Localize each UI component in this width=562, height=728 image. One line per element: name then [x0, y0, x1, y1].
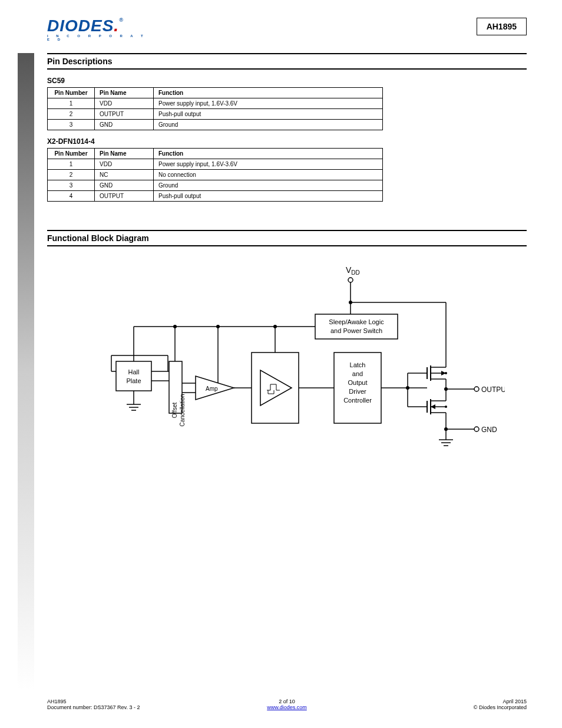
company-logo: DIODES.® I N C O R P O R A T E D: [47, 18, 147, 41]
table-row: 3 GND Ground: [48, 180, 383, 191]
page-footer: AH1895 Document number: DS37367 Rev. 3 -…: [47, 699, 527, 710]
section-pin-descriptions: Pin Descriptions: [47, 53, 527, 70]
table-header-row: Pin Number Pin Name Function: [48, 149, 383, 159]
latch-label-5: Controller: [343, 397, 372, 404]
block-diagram-svg: VDD Sleep/Awake Logic and Power Switch: [69, 258, 505, 482]
logo-dot-icon: .: [114, 17, 119, 35]
cell-function: Power supply input, 1.6V-3.6V: [154, 159, 383, 170]
col-pin-name: Pin Name: [95, 149, 154, 159]
hysteresis-icon: [267, 384, 280, 394]
col-pin-number: Pin Number: [48, 88, 95, 98]
cell-pin-number: 2: [48, 109, 95, 120]
footer-page: 2 of 10: [153, 699, 421, 704]
cell-pin-number: 1: [48, 98, 95, 109]
cell-pin-number: 1: [48, 159, 95, 170]
footer-date: April 2015: [421, 699, 527, 704]
footer-right: April 2015 © Diodes Incorporated: [421, 699, 527, 710]
footer-left: AH1895 Document number: DS37367 Rev. 3 -…: [47, 699, 153, 710]
hall-plate-label-1: Hall: [128, 368, 140, 375]
cell-function: Ground: [154, 180, 383, 191]
col-pin-name: Pin Name: [95, 88, 154, 98]
amp-label: Amp: [206, 386, 218, 392]
table-row: 2 NC No connection: [48, 170, 383, 180]
cell-function: Ground: [154, 120, 383, 130]
left-gradient-decor: [18, 53, 34, 690]
gnd-terminal-icon: [474, 427, 479, 431]
cell-pin-number: 2: [48, 170, 95, 180]
sleep-awake-label-1: Sleep/Awake Logic: [329, 318, 384, 325]
table-header-row: Pin Number Pin Name Function: [48, 88, 383, 98]
cell-pin-name: VDD: [95, 159, 154, 170]
pmos-icon: [427, 365, 447, 381]
cell-pin-name: GND: [95, 180, 154, 191]
cell-function: Push-pull output: [154, 191, 383, 202]
col-function: Function: [154, 149, 383, 159]
gnd-label: GND: [481, 426, 497, 434]
table-row: 4 OUTPUT Push-pull output: [48, 191, 383, 202]
part-number-box: AH1895: [477, 18, 527, 35]
offset-label-2: Cancellation: [179, 394, 186, 426]
table-xdfn: Pin Number Pin Name Function 1 VDD Power…: [47, 148, 383, 202]
cell-pin-name: OUTPUT: [95, 191, 154, 202]
header-row: DIODES.® I N C O R P O R A T E D AH1895: [47, 18, 527, 41]
logo-text: DIODES.®: [47, 18, 147, 34]
trademark-icon: ®: [119, 17, 124, 23]
output-terminal-icon: [474, 387, 479, 391]
hall-plate-label-2: Plate: [126, 377, 141, 384]
latch-label-4: Driver: [349, 388, 366, 395]
footer-docnum: Document number: DS37367 Rev. 3 - 2: [47, 704, 153, 710]
table-row: 2 OUTPUT Push-pull output: [48, 109, 383, 120]
cell-pin-name: VDD: [95, 98, 154, 109]
table-row: 3 GND Ground: [48, 120, 383, 130]
footer-center: 2 of 10 www.diodes.com: [153, 699, 421, 710]
col-function: Function: [154, 88, 383, 98]
offset-label-1: Offset: [171, 403, 178, 419]
footer-part: AH1895: [47, 699, 153, 704]
footer-copyright: © Diodes Incorporated: [421, 704, 527, 710]
logo-word: DIODES: [47, 17, 114, 35]
latch-label-2: and: [352, 370, 363, 377]
section-block-diagram: Functional Block Diagram: [47, 230, 527, 246]
cell-pin-name: GND: [95, 120, 154, 130]
cell-function: Power supply input, 1.6V-3.6V: [154, 98, 383, 109]
block-diagram: VDD Sleep/Awake Logic and Power Switch: [47, 258, 527, 482]
vdd-terminal-icon: [348, 278, 353, 282]
cell-pin-number: 3: [48, 120, 95, 130]
cell-function: Push-pull output: [154, 109, 383, 120]
subheading-sc59: SC59: [47, 77, 527, 85]
latch-label-1: Latch: [350, 361, 366, 368]
output-label: OUTPUT: [481, 386, 505, 394]
svg-point-6: [445, 372, 447, 374]
page-content: DIODES.® I N C O R P O R A T E D AH1895 …: [47, 0, 527, 482]
latch-label-3: Output: [348, 379, 367, 386]
table-sc59: Pin Number Pin Name Function 1 VDD Power…: [47, 87, 383, 130]
cell-function: No connection: [154, 170, 383, 180]
vdd-label: VDD: [346, 265, 360, 276]
hall-plate-block: [116, 361, 151, 391]
cell-pin-name: OUTPUT: [95, 109, 154, 120]
nmos-icon: [427, 399, 447, 414]
cell-pin-number: 4: [48, 191, 95, 202]
logo-subtext: I N C O R P O R A T E D: [47, 34, 147, 41]
cell-pin-name: NC: [95, 170, 154, 180]
table-row: 1 VDD Power supply input, 1.6V-3.6V: [48, 159, 383, 170]
cell-pin-number: 3: [48, 180, 95, 191]
col-pin-number: Pin Number: [48, 149, 95, 159]
svg-point-13: [445, 406, 447, 408]
subheading-xdfn: X2-DFN1014-4: [47, 137, 527, 146]
footer-link[interactable]: www.diodes.com: [267, 704, 307, 710]
sleep-awake-label-2: and Power Switch: [330, 327, 382, 334]
table-row: 1 VDD Power supply input, 1.6V-3.6V: [48, 98, 383, 109]
